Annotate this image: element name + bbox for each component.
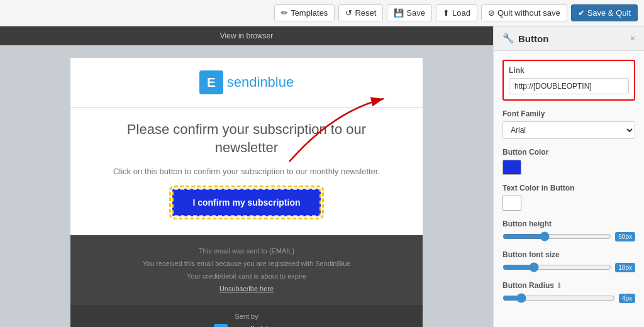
- logo-icon: E: [199, 70, 223, 94]
- sent-by-section: Sent by E sendinblue: [70, 305, 423, 327]
- save-button[interactable]: 💾 Save: [387, 4, 432, 21]
- link-section: Link: [502, 60, 635, 101]
- svg-text:E: E: [207, 75, 216, 89]
- button-font-size-slider-row: 18px: [502, 262, 635, 272]
- button-radius-slider-row: 4px: [502, 293, 635, 303]
- confirm-button[interactable]: I confirm my subscription: [172, 189, 320, 216]
- email-subtitle: Click on this button to confirm your sub…: [96, 167, 397, 176]
- link-input[interactable]: [509, 78, 629, 94]
- footer-logo-icon: E: [214, 324, 228, 327]
- text-color-group: Text Color in Button: [502, 184, 635, 211]
- button-color-swatch[interactable]: [502, 160, 521, 175]
- button-font-size-value: 18px: [615, 263, 635, 272]
- email-content: Please confirm your subscription to our …: [70, 108, 423, 235]
- button-height-slider[interactable]: [502, 231, 611, 241]
- panel-close-button[interactable]: ×: [630, 33, 635, 43]
- info-icon: ℹ: [558, 282, 560, 289]
- panel-header: 🔧 Button ×: [494, 26, 644, 51]
- footer-line1: This email was sent to {EMAIL}: [80, 245, 413, 258]
- button-radius-group: Button Radius ℹ 4px: [502, 281, 635, 303]
- font-family-label: Font Family: [502, 109, 635, 118]
- main-area: View in browser E sendinblue Please c: [0, 26, 644, 327]
- templates-button[interactable]: ✏ Templates: [274, 4, 335, 21]
- unsubscribe-link[interactable]: Unsubscribe here: [219, 285, 274, 292]
- footer-line3: Your credit/debit card is about to expir…: [80, 270, 413, 283]
- email-body: E sendinblue Please confirm your subscri…: [70, 58, 423, 327]
- quit-without-save-button[interactable]: ⊘ Quit without save: [481, 4, 567, 21]
- button-height-slider-row: 50px: [502, 231, 635, 241]
- email-header: E sendinblue: [70, 58, 423, 107]
- email-logo: E sendinblue: [83, 70, 410, 94]
- sent-by-label: Sent by: [78, 313, 415, 320]
- email-title: Please confirm your subscription to our …: [96, 121, 397, 157]
- footer-line2: You received this email because you are …: [80, 258, 413, 270]
- button-height-value: 50px: [615, 232, 635, 241]
- font-family-select[interactable]: Arial Verdana Georgia Times New Roman: [502, 121, 635, 139]
- text-color-label: Text Color in Button: [502, 184, 635, 192]
- button-radius-value: 4px: [619, 294, 635, 303]
- button-font-size-slider[interactable]: [502, 262, 611, 272]
- check-icon: ✔: [578, 8, 585, 18]
- button-font-size-label: Button font size: [502, 250, 635, 259]
- quit-icon: ⊘: [488, 8, 495, 18]
- view-in-browser-bar: View in browser: [0, 26, 493, 45]
- button-radius-slider[interactable]: [502, 293, 615, 303]
- button-panel-icon: 🔧: [502, 33, 514, 44]
- right-panel: 🔧 Button × Link Font Family Arial Verdan…: [493, 26, 644, 327]
- panel-body: Link Font Family Arial Verdana Georgia T…: [494, 51, 644, 312]
- email-footer: This email was sent to {EMAIL} You recei…: [70, 235, 423, 305]
- preview-area: View in browser E sendinblue Please c: [0, 26, 493, 327]
- reset-button[interactable]: ↺ Reset: [338, 4, 383, 21]
- logo-text: sendinblue: [227, 74, 294, 91]
- font-family-group: Font Family Arial Verdana Georgia Times …: [502, 109, 635, 139]
- text-color-swatch[interactable]: [502, 196, 521, 211]
- templates-icon: ✏: [281, 8, 288, 18]
- button-height-label: Button height: [502, 219, 635, 228]
- toolbar: ✏ Templates ↺ Reset 💾 Save ⬆ Load ⊘ Quit…: [0, 0, 644, 26]
- load-icon: ⬆: [443, 8, 450, 18]
- button-color-group: Button Color: [502, 148, 635, 175]
- reset-icon: ↺: [345, 8, 352, 18]
- panel-title: 🔧 Button: [502, 33, 548, 44]
- footer-logo: E sendinblue: [78, 324, 415, 327]
- load-button[interactable]: ⬆ Load: [436, 4, 477, 21]
- save-quit-button[interactable]: ✔ Save & Quit: [571, 4, 638, 21]
- link-label: Link: [509, 66, 629, 75]
- button-radius-label: Button Radius ℹ: [502, 281, 635, 290]
- email-canvas: E sendinblue Please confirm your subscri…: [0, 45, 493, 327]
- button-height-group: Button height 50px: [502, 219, 635, 241]
- button-font-size-group: Button font size 18px: [502, 250, 635, 272]
- button-color-label: Button Color: [502, 148, 635, 157]
- save-icon: 💾: [394, 8, 404, 18]
